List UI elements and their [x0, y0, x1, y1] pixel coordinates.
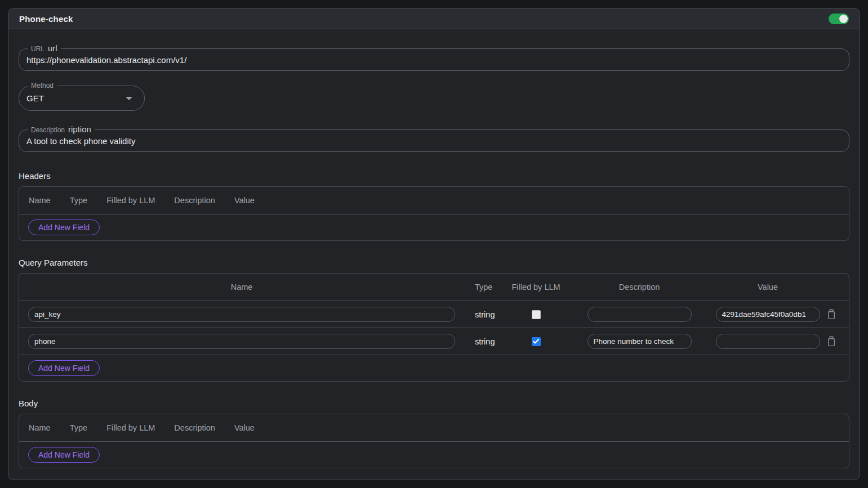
col-value: Value — [713, 283, 823, 292]
col-type: Type — [70, 423, 87, 432]
description-field-label: Description ription — [28, 124, 95, 135]
body-section-title: Body — [19, 399, 849, 409]
headers-add-new-field-button[interactable]: Add New Field — [28, 220, 100, 235]
col-description: Description — [566, 283, 713, 292]
col-type: Type — [70, 196, 87, 205]
param-description-input[interactable] — [587, 334, 692, 349]
param-description-input[interactable] — [587, 307, 692, 322]
url-field: URL url https://phonevalidation.abstract… — [19, 48, 849, 71]
col-name: Name — [28, 283, 455, 292]
enabled-toggle[interactable] — [829, 14, 849, 24]
filled-by-llm-checkbox[interactable] — [532, 337, 541, 346]
trash-icon — [827, 336, 836, 347]
body-add-row: Add New Field — [19, 442, 849, 468]
headers-table: Name Type Filled by LLM Description Valu… — [19, 186, 849, 241]
table-row-phone: string — [19, 328, 849, 355]
col-description: Description — [174, 196, 215, 205]
url-label-overlay: url — [48, 43, 57, 53]
method-field-label: Method — [28, 80, 57, 91]
col-filled-by-llm: Filled by LLM — [106, 196, 155, 205]
delete-row-button[interactable] — [827, 336, 836, 347]
delete-row-button[interactable] — [827, 309, 836, 320]
description-input[interactable]: A tool to check phone validity — [26, 136, 135, 146]
col-name: Name — [29, 196, 51, 205]
method-label: Method — [31, 80, 54, 91]
card-header: Phone-check — [8, 8, 860, 29]
toggle-knob-icon — [839, 15, 848, 23]
col-value: Value — [234, 423, 255, 432]
query-params-table: Name Type Filled by LLM Description Valu… — [19, 273, 849, 382]
description-label-overlay: ription — [68, 124, 91, 135]
headers-table-head: Name Type Filled by LLM Description Valu… — [19, 187, 849, 214]
param-name-input[interactable] — [28, 307, 455, 322]
query-params-table-head: Name Type Filled by LLM Description Valu… — [19, 274, 849, 301]
body-add-new-field-button[interactable]: Add New Field — [28, 447, 100, 463]
param-value-input[interactable] — [716, 307, 820, 322]
url-input[interactable]: https://phonevalidation.abstractapi.com/… — [26, 55, 186, 65]
query-params-add-new-field-button[interactable]: Add New Field — [28, 360, 100, 376]
filled-by-llm-checkbox[interactable] — [532, 310, 541, 319]
method-value: GET — [26, 93, 44, 103]
col-type: Type — [475, 283, 506, 292]
tool-config-card: Phone-check URL url https://phonevalidat… — [8, 8, 860, 480]
col-filled-by-llm: Filled by LLM — [506, 283, 566, 292]
param-value-input[interactable] — [716, 334, 820, 349]
body-table-head: Name Type Filled by LLM Description Valu… — [19, 414, 849, 442]
checkmark-icon — [533, 339, 539, 344]
col-filled-by-llm: Filled by LLM — [106, 423, 155, 432]
chevron-down-icon — [126, 97, 132, 100]
card-body: URL url https://phonevalidation.abstract… — [8, 48, 860, 468]
headers-add-row: Add New Field — [19, 214, 849, 240]
table-row-api-key: string — [19, 301, 849, 328]
url-field-label: URL url — [28, 43, 61, 54]
headers-section-title: Headers — [19, 171, 849, 181]
url-label-shrunk: URL — [31, 44, 44, 54]
body-table: Name Type Filled by LLM Description Valu… — [19, 414, 849, 468]
query-params-section-title: Query Parameters — [19, 258, 849, 268]
query-params-add-row: Add New Field — [19, 355, 849, 381]
tool-title: Phone-check — [19, 14, 73, 24]
param-name-input[interactable] — [28, 334, 455, 349]
col-description: Description — [174, 423, 215, 432]
page: Phone-check URL url https://phonevalidat… — [0, 0, 868, 488]
trash-icon — [827, 309, 836, 320]
description-field: Description ription A tool to check phon… — [19, 129, 849, 152]
method-select[interactable]: Method GET — [19, 86, 145, 111]
param-type: string — [475, 310, 506, 319]
col-value: Value — [234, 196, 255, 205]
description-label-shrunk: Description — [31, 125, 65, 135]
col-name: Name — [29, 423, 51, 432]
param-type: string — [475, 337, 506, 346]
